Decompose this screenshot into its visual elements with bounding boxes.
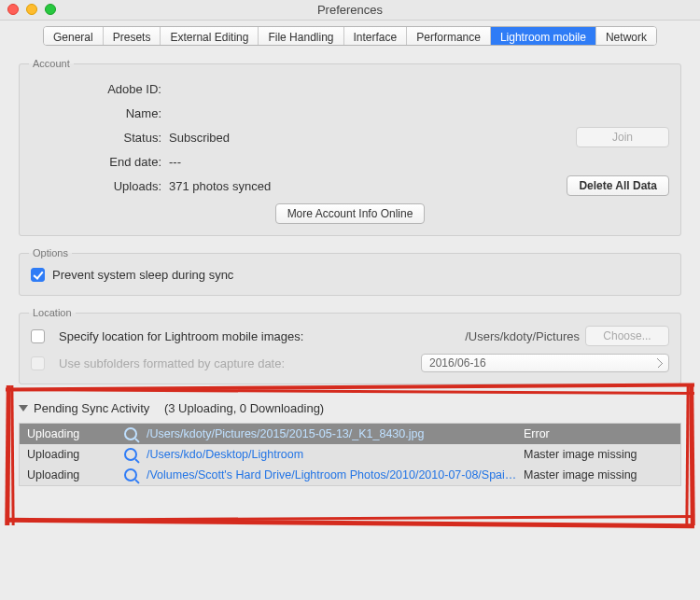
pending-sync-label: Pending Sync Activity bbox=[34, 401, 149, 415]
window-controls bbox=[7, 4, 56, 15]
sync-path[interactable]: /Users/kdoty/Pictures/2015/2015-05-13/_K… bbox=[147, 427, 520, 440]
options-group: Options Prevent system sleep during sync bbox=[19, 247, 681, 296]
pending-sync-counts: (3 Uploading, 0 Downloading) bbox=[164, 401, 324, 415]
tab-network[interactable]: Network bbox=[596, 27, 656, 45]
label-end-date: End date: bbox=[31, 155, 161, 169]
window-title: Preferences bbox=[317, 3, 383, 17]
location-group: Location Specify location for Lightroom … bbox=[19, 307, 681, 384]
content-area: Account Adobe ID: Name: Status: Subscrib… bbox=[0, 47, 700, 600]
tab-lightroom-mobile[interactable]: Lightroom mobile bbox=[491, 27, 596, 45]
reveal-in-finder-icon[interactable] bbox=[124, 448, 137, 461]
reveal-in-finder-icon[interactable] bbox=[124, 468, 137, 481]
location-legend: Location bbox=[29, 307, 76, 318]
pending-sync-list: Uploading /Users/kdoty/Pictures/2015/201… bbox=[19, 423, 681, 486]
sync-status: Uploading bbox=[27, 468, 120, 481]
sync-path[interactable]: /Users/kdo/Desktop/Lightroom bbox=[147, 448, 520, 461]
choose-location-button[interactable]: Choose... bbox=[585, 326, 669, 346]
disclosure-triangle-icon bbox=[19, 405, 28, 412]
account-group: Account Adobe ID: Name: Status: Subscrib… bbox=[19, 58, 681, 236]
sync-status: Uploading bbox=[27, 427, 120, 440]
specify-location-label: Specify location for Lightroom mobile im… bbox=[59, 329, 415, 343]
reveal-in-finder-icon[interactable] bbox=[124, 427, 137, 440]
titlebar: Preferences bbox=[0, 0, 700, 21]
minimize-icon[interactable] bbox=[26, 4, 37, 15]
specify-location-checkbox[interactable] bbox=[31, 329, 45, 343]
preferences-window: Preferences General Presets External Edi… bbox=[0, 0, 700, 600]
use-subfolders-label: Use subfolders formatted by capture date… bbox=[59, 356, 415, 370]
tab-performance[interactable]: Performance bbox=[407, 27, 491, 45]
zoom-icon[interactable] bbox=[45, 4, 56, 15]
delete-all-data-button[interactable]: Delete All Data bbox=[567, 175, 669, 196]
location-path: /Users/kdoty/Pictures bbox=[421, 329, 580, 343]
close-icon[interactable] bbox=[7, 4, 19, 15]
tab-external-editing[interactable]: External Editing bbox=[161, 27, 259, 45]
account-legend: Account bbox=[29, 58, 74, 69]
label-uploads: Uploads: bbox=[31, 179, 161, 193]
label-status: Status: bbox=[31, 131, 161, 145]
prevent-sleep-label: Prevent system sleep during sync bbox=[52, 268, 233, 282]
use-subfolders-checkbox[interactable] bbox=[31, 356, 45, 370]
sync-row[interactable]: Uploading /Volumes/Scott's Hard Drive/Li… bbox=[20, 465, 680, 485]
label-name: Name: bbox=[31, 106, 161, 120]
sync-message: Master image missing bbox=[524, 468, 673, 481]
pending-sync-disclosure[interactable]: Pending Sync Activity (3 Uploading, 0 Do… bbox=[19, 396, 681, 423]
sync-status: Uploading bbox=[27, 448, 120, 461]
tab-bar: General Presets External Editing File Ha… bbox=[0, 21, 700, 47]
tab-file-handling[interactable]: File Handling bbox=[259, 27, 343, 45]
tab-general[interactable]: General bbox=[44, 27, 104, 45]
sync-message: Master image missing bbox=[524, 448, 673, 461]
join-button[interactable]: Join bbox=[576, 127, 669, 147]
sync-path[interactable]: /Volumes/Scott's Hard Drive/Lightroom Ph… bbox=[147, 468, 520, 481]
value-status: Subscribed bbox=[169, 131, 503, 145]
pending-sync-block: Pending Sync Activity (3 Uploading, 0 Do… bbox=[19, 396, 681, 486]
more-account-info-button[interactable]: More Account Info Online bbox=[275, 203, 426, 224]
tab-presets[interactable]: Presets bbox=[104, 27, 161, 45]
tab-interface[interactable]: Interface bbox=[344, 27, 408, 45]
prevent-sleep-checkbox[interactable] bbox=[31, 268, 45, 282]
tabs: General Presets External Editing File Ha… bbox=[43, 26, 657, 46]
value-uploads: 371 photos synced bbox=[169, 179, 503, 193]
options-legend: Options bbox=[29, 247, 72, 258]
sync-row[interactable]: Uploading /Users/kdoty/Pictures/2015/201… bbox=[20, 424, 680, 444]
value-end-date: --- bbox=[169, 155, 503, 169]
label-adobe-id: Adobe ID: bbox=[31, 82, 161, 96]
sync-message: Error bbox=[524, 427, 673, 440]
sync-row[interactable]: Uploading /Users/kdo/Desktop/Lightroom M… bbox=[20, 444, 680, 465]
date-format-popup[interactable]: 2016/06-16 bbox=[421, 354, 669, 372]
